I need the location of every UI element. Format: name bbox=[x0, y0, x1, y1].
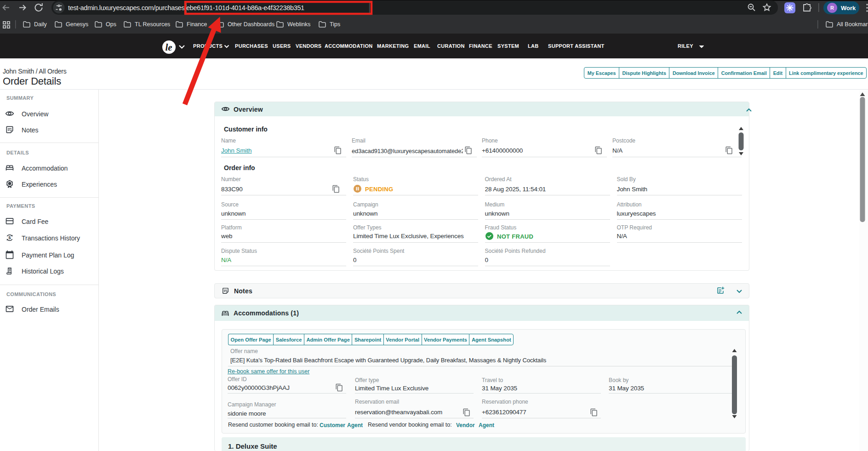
svg-text:$: $ bbox=[8, 235, 11, 240]
